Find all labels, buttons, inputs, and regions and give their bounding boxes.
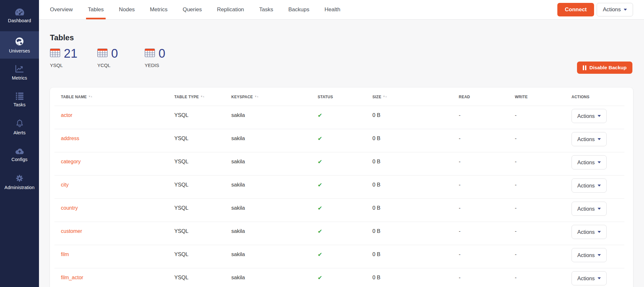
table-name-link[interactable]: country (61, 205, 78, 211)
read-cell: - (459, 152, 515, 165)
sidebar-item-label: Configs (12, 157, 28, 162)
chevron-down-icon (598, 277, 601, 279)
tab-tables[interactable]: Tables (88, 0, 104, 19)
sidebar-item-dashboard[interactable]: Dashboard (0, 0, 39, 31)
sidebar-item-universes[interactable]: Universes (0, 31, 39, 59)
row-actions-button[interactable]: Actions (572, 155, 607, 169)
col-header-table-type[interactable]: TABLE TYPE ▼▲ (174, 94, 227, 99)
size-cell: 0 B (372, 198, 459, 211)
yedis-count: 0 (159, 47, 165, 60)
row-actions-button[interactable]: Actions (572, 225, 607, 239)
table-icon (50, 48, 60, 59)
bell-icon (15, 119, 24, 128)
chevron-down-icon (624, 9, 627, 11)
chevron-down-icon (598, 231, 601, 233)
sidebar-item-administration[interactable]: Administration (0, 168, 39, 196)
tab-backups[interactable]: Backups (288, 0, 309, 19)
table-name-link[interactable]: customer (61, 228, 82, 234)
sidebar-item-configs[interactable]: Configs (0, 141, 39, 168)
sidebar-item-label: Dashboard (8, 18, 31, 23)
table-name-link[interactable]: actor (61, 112, 72, 118)
ycql-label: YCQL (97, 62, 145, 68)
row-actions-button[interactable]: Actions (572, 109, 607, 123)
tab-overview[interactable]: Overview (50, 0, 73, 19)
status-ok-icon: ✔ (318, 275, 322, 281)
sidebar-item-label: Metrics (12, 75, 27, 81)
pause-icon (583, 65, 586, 70)
table-header-row: TABLE NAME ▼▲ TABLE TYPE ▼▲ KEYSPACE ▼▲ … (50, 88, 633, 106)
status-ok-icon: ✔ (318, 136, 322, 142)
universe-actions-button[interactable]: Actions (597, 3, 633, 16)
write-cell: - (515, 175, 572, 188)
keyspace-cell: sakila (231, 198, 318, 211)
stat-ycql: 0 YCQL (97, 47, 145, 77)
chevron-down-icon (598, 115, 601, 117)
sort-icon: ▼▲ (383, 95, 387, 98)
table-row: customer YSQL sakila ✔ 0 B - - Actions (50, 222, 633, 245)
row-actions-button[interactable]: Actions (572, 248, 607, 262)
write-cell: - (515, 268, 572, 281)
stat-ysql: 21 YSQL (50, 47, 97, 77)
sort-icon: ▼▲ (255, 95, 259, 98)
table-row: actor YSQL sakila ✔ 0 B - - Actions (50, 106, 633, 129)
col-header-table-name[interactable]: TABLE NAME ▼▲ (61, 94, 165, 99)
disable-backup-label: Disable Backup (590, 65, 627, 71)
write-cell: - (515, 222, 572, 234)
sidebar-item-alerts[interactable]: Alerts (0, 113, 39, 141)
row-actions-button[interactable]: Actions (572, 202, 607, 216)
tab-queries[interactable]: Queries (183, 0, 202, 19)
read-cell: - (459, 268, 515, 281)
connect-button[interactable]: Connect (557, 3, 594, 16)
row-actions-button[interactable]: Actions (572, 132, 607, 146)
col-header-keyspace[interactable]: KEYSPACE ▼▲ (231, 94, 311, 99)
gauge-icon (14, 8, 25, 16)
line-chart-icon (15, 64, 24, 73)
col-header-actions: ACTIONS (572, 94, 628, 99)
row-actions-button[interactable]: Actions (572, 271, 607, 285)
row-actions-button[interactable]: Actions (572, 178, 607, 193)
table-count-stats: 21 YSQL 0 YCQL (50, 47, 633, 77)
sidebar-item-label: Tasks (14, 102, 26, 107)
status-ok-icon: ✔ (318, 182, 322, 188)
tab-replication[interactable]: Replication (217, 0, 244, 19)
table-name-link[interactable]: film_actor (61, 275, 83, 280)
disable-backup-button[interactable]: Disable Backup (577, 62, 632, 74)
stat-yedis: 0 YEDIS (145, 47, 192, 77)
chevron-down-icon (598, 254, 601, 256)
table-name-link[interactable]: city (61, 182, 69, 187)
table-name-link[interactable]: category (61, 159, 81, 164)
tab-tasks[interactable]: Tasks (259, 0, 273, 19)
table-type-cell: YSQL (174, 245, 231, 257)
size-cell: 0 B (372, 129, 459, 141)
table-name-link[interactable]: address (61, 136, 79, 141)
table-type-cell: YSQL (174, 152, 231, 165)
globe-icon (15, 37, 24, 46)
sidebar-item-metrics[interactable]: Metrics (0, 59, 39, 86)
sidebar-item-tasks[interactable]: Tasks (0, 86, 39, 113)
size-cell: 0 B (372, 175, 459, 188)
col-header-write: WRITE (515, 94, 567, 99)
col-header-read: READ (459, 94, 510, 99)
tab-metrics[interactable]: Metrics (150, 0, 168, 19)
table-row: category YSQL sakila ✔ 0 B - - Actions (50, 152, 633, 175)
size-cell: 0 B (372, 152, 459, 165)
write-cell: - (515, 198, 572, 211)
write-cell: - (515, 152, 572, 165)
write-cell: - (515, 129, 572, 141)
table-icon (97, 48, 108, 59)
chevron-down-icon (598, 185, 601, 187)
table-type-cell: YSQL (174, 106, 231, 118)
table-name-link[interactable]: film (61, 252, 69, 257)
sidebar-item-label: Universes (9, 48, 30, 53)
keyspace-cell: sakila (231, 245, 318, 257)
sidebar: Dashboard Universes Metrics (0, 0, 39, 287)
status-ok-icon: ✔ (318, 159, 322, 165)
sidebar-item-label: Alerts (14, 130, 26, 135)
ysql-label: YSQL (50, 62, 97, 68)
status-ok-icon: ✔ (318, 112, 322, 119)
tables-page: Tables 21 YSQL (39, 20, 644, 287)
sort-icon: ▼▲ (200, 95, 205, 98)
tab-nodes[interactable]: Nodes (119, 0, 135, 19)
col-header-size[interactable]: SIZE ▼▲ (372, 94, 452, 99)
tab-health[interactable]: Health (324, 0, 340, 19)
